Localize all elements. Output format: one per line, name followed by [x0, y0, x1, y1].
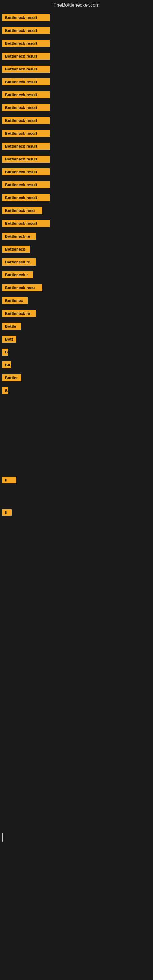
bottleneck-bar: Bottleneck r	[2, 271, 33, 278]
bottleneck-bar-tiny: ▮	[2, 509, 12, 516]
list-item: Bottleneck result	[0, 192, 153, 204]
list-item: Bottleneck result	[0, 89, 153, 100]
bottleneck-bar: Bottleneck result	[2, 181, 50, 188]
list-item: ▮	[0, 474, 153, 486]
bottleneck-bar: Bottleneck result	[2, 52, 50, 60]
list-item: Bottleneck result	[0, 166, 153, 178]
list-item: B	[0, 346, 153, 358]
list-item: Bottleneck result	[0, 179, 153, 191]
list-item: Bottleneck	[0, 243, 153, 255]
bottom-bar-container: ▮ ▮	[0, 474, 153, 518]
bottleneck-bar: Bottleneck result	[2, 117, 50, 124]
list-item: Bottleneck resu	[0, 205, 153, 216]
empty-space-2	[0, 434, 153, 471]
bottleneck-bar: Bottleneck resu	[2, 207, 42, 214]
list-item: Bottleneck resu	[0, 282, 153, 293]
bottleneck-bar: Bottleneck result	[2, 14, 50, 21]
list-item: Bottleneck result	[0, 63, 153, 75]
list-item: Bo	[0, 359, 153, 371]
bars-container: Bottleneck resultBottleneck resultBottle…	[0, 12, 153, 396]
bottleneck-bar: Bottleneck result	[2, 194, 50, 201]
list-item: Bottleneck r	[0, 269, 153, 280]
bottleneck-bar: Bottleneck	[2, 246, 30, 253]
bottleneck-bar: Bottleneck result	[2, 78, 50, 86]
list-item: Bottle	[0, 320, 153, 332]
bottleneck-bar-small: ▮	[2, 477, 16, 483]
bottleneck-bar: Bottler	[2, 374, 21, 381]
bottleneck-bar: B	[2, 348, 8, 356]
bottleneck-bar: Bottleneck re	[2, 233, 36, 240]
bottleneck-bar: Bottleneck result	[2, 91, 50, 98]
list-item: Bott	[0, 333, 153, 345]
bottleneck-bar: Bottleneck result	[2, 143, 50, 150]
bottleneck-bar: Bottleneck re	[2, 258, 36, 266]
cursor-indicator	[2, 833, 3, 842]
list-item: Bottleneck result	[0, 102, 153, 113]
list-item: Bottler	[0, 372, 153, 383]
bottleneck-bar: Bottleneck result	[2, 65, 50, 73]
bottleneck-bar: Bottleneck re	[2, 310, 36, 317]
list-item: Bottleneck result	[0, 153, 153, 165]
bottleneck-bar: Bottleneck result	[2, 169, 50, 175]
bottleneck-bar: Bott	[2, 336, 16, 343]
list-item: Bottleneck result	[0, 218, 153, 229]
bottleneck-bar: B	[2, 387, 8, 394]
list-item: Bottleneck result	[0, 115, 153, 126]
list-item: Bottleneck result	[0, 12, 153, 23]
list-item: Bottleneck result	[0, 50, 153, 62]
list-item: ▮	[0, 506, 153, 518]
list-item: Bottleneck result	[0, 76, 153, 88]
bottleneck-bar: Bottleneck resu	[2, 284, 42, 291]
list-item: Bottleneck re	[0, 256, 153, 268]
bottleneck-bar: Bo	[2, 361, 11, 368]
bottleneck-bar: Bottleneck result	[2, 27, 50, 34]
bottleneck-bar: Bottleneck result	[2, 156, 50, 162]
list-item: Bottleneck result	[0, 127, 153, 139]
list-item: Bottleneck result	[0, 140, 153, 152]
list-item: Bottleneck re	[0, 230, 153, 242]
list-item: Bottleneck result	[0, 37, 153, 49]
bottleneck-bar: Bottleneck result	[2, 220, 50, 227]
bottleneck-bar: Bottle	[2, 323, 21, 330]
list-item: B	[0, 385, 153, 396]
bottleneck-bar: Bottlenec	[2, 297, 27, 304]
empty-space-1	[0, 398, 153, 434]
list-item: Bottleneck re	[0, 307, 153, 319]
bottleneck-bar: Bottleneck result	[2, 130, 50, 137]
list-item: Bottlenec	[0, 294, 153, 306]
bottleneck-bar: Bottleneck result	[2, 40, 50, 47]
bottleneck-bar: Bottleneck result	[2, 104, 50, 111]
site-title: TheBottlenecker.com	[0, 0, 153, 10]
list-item: Bottleneck result	[0, 24, 153, 36]
